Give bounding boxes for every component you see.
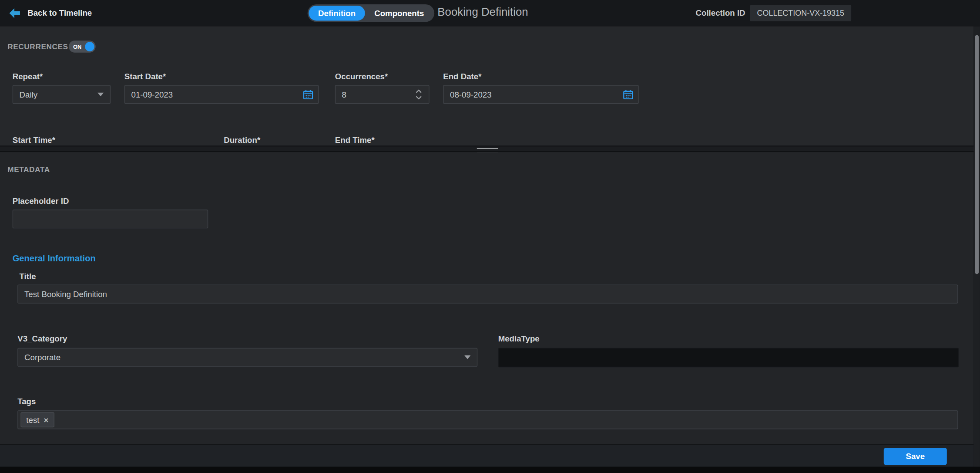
placeholder-id-label: Placeholder ID xyxy=(13,196,69,206)
tab-definition[interactable]: Definition xyxy=(309,6,365,20)
tags-label: Tags xyxy=(17,397,36,406)
start-date-input[interactable] xyxy=(124,85,319,104)
recurrences-section-label: RECURRENCES xyxy=(7,43,68,51)
start-date-label: Start Date* xyxy=(124,72,166,81)
end-date-input[interactable] xyxy=(443,85,639,104)
occurrences-label: Occurrences* xyxy=(335,72,388,81)
chevron-down-icon xyxy=(464,355,470,359)
media-type-input[interactable] xyxy=(498,348,959,368)
calendar-icon[interactable] xyxy=(303,89,313,99)
app-window: Back to Timeline Definition Components B… xyxy=(0,0,980,473)
recurrences-toggle[interactable]: ON xyxy=(69,41,96,52)
duration-label: Duration* xyxy=(224,135,260,145)
recurrences-pane: RECURRENCES ON Repeat* Start Date* Occur… xyxy=(0,26,974,145)
repeat-select[interactable]: Daily xyxy=(13,85,111,104)
tab-components[interactable]: Components xyxy=(365,6,433,20)
view-tabs: Definition Components xyxy=(308,4,435,22)
toggle-state-label: ON xyxy=(73,44,81,50)
v3-category-label: V3_Category xyxy=(17,334,67,344)
collection-id-value: COLLECTION-VX-19315 xyxy=(750,5,851,21)
vertical-scrollbar[interactable] xyxy=(974,26,980,473)
save-button[interactable]: Save xyxy=(884,448,947,465)
bottom-edge xyxy=(0,467,980,473)
start-time-label: Start Time* xyxy=(13,135,55,145)
collection-id-label: Collection ID xyxy=(695,8,745,18)
placeholder-id-input[interactable] xyxy=(13,209,208,228)
tag-chip-text: test xyxy=(26,415,39,425)
general-information-heading: General Information xyxy=(13,253,96,264)
tag-chip: test × xyxy=(20,412,54,427)
back-to-timeline-link[interactable]: Back to Timeline xyxy=(27,8,92,18)
repeat-select-value: Daily xyxy=(20,90,38,99)
tags-input[interactable]: test × xyxy=(17,410,958,429)
calendar-icon[interactable] xyxy=(623,89,633,99)
scrollbar-thumb[interactable] xyxy=(975,35,979,274)
title-label: Title xyxy=(20,271,36,281)
back-arrow-icon[interactable] xyxy=(9,7,21,19)
number-stepper-icon[interactable] xyxy=(415,89,423,100)
footer-action-bar: Save xyxy=(0,444,974,467)
page-title: Booking Definition xyxy=(437,6,528,19)
top-header-bar: Back to Timeline Definition Components B… xyxy=(0,0,980,27)
toggle-knob xyxy=(85,42,94,51)
pane-splitter[interactable] xyxy=(0,146,980,152)
v3-category-select[interactable]: Corporate xyxy=(17,348,477,367)
title-input[interactable] xyxy=(17,285,958,304)
tag-remove-icon[interactable]: × xyxy=(44,416,48,424)
metadata-pane: METADATA Placeholder ID General Informat… xyxy=(0,152,974,467)
end-time-label: End Time* xyxy=(335,135,375,145)
v3-category-select-value: Corporate xyxy=(24,352,60,362)
metadata-section-label: METADATA xyxy=(7,165,50,174)
chevron-down-icon xyxy=(97,93,104,97)
end-date-label: End Date* xyxy=(443,72,481,81)
repeat-label: Repeat* xyxy=(13,72,43,81)
media-type-label: MediaType xyxy=(498,334,540,344)
